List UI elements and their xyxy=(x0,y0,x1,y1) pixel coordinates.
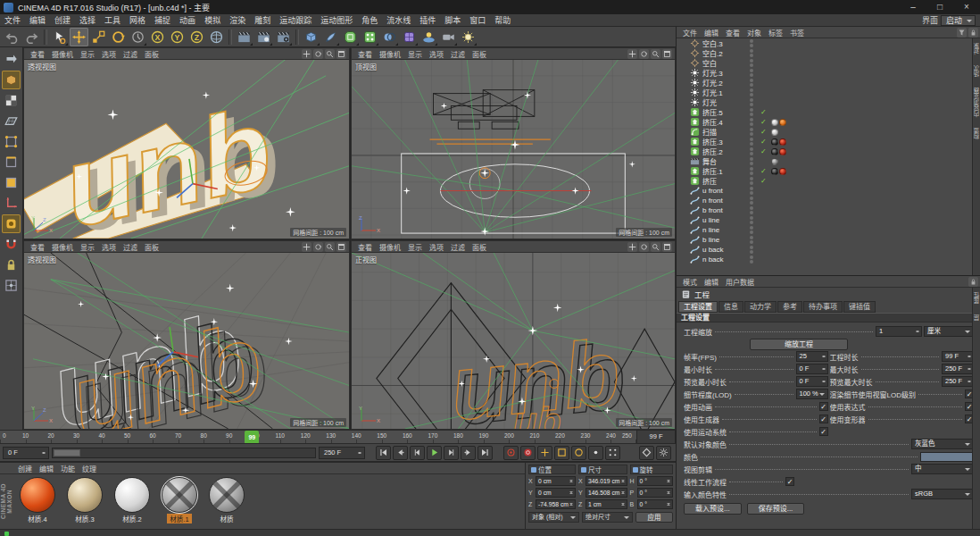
visibility-dots[interactable] xyxy=(750,206,753,214)
playback-settings-button[interactable] xyxy=(656,446,671,460)
material-preview-sphere[interactable] xyxy=(20,477,55,513)
size-mode-dropdown[interactable]: 绝对尺寸 xyxy=(582,512,633,523)
enable-toggle[interactable]: ✓ xyxy=(760,117,767,127)
viewport-top[interactable]: 查看摄像机显示选项过滤面板 xyxy=(351,47,676,239)
record-scale-button[interactable] xyxy=(554,446,569,460)
material-tag-icon[interactable] xyxy=(771,129,778,136)
move-tool-icon[interactable] xyxy=(70,28,88,46)
om-menu-文件[interactable]: 文件 xyxy=(679,28,701,38)
polygons-mode-icon[interactable] xyxy=(2,173,21,192)
visibility-dots[interactable] xyxy=(750,187,753,195)
zoom-icon[interactable] xyxy=(651,242,660,252)
material-tag-icon[interactable] xyxy=(771,158,778,165)
viewport-menu-查看[interactable]: 查看 xyxy=(354,242,376,252)
object-row[interactable]: 灯光.3 xyxy=(677,68,972,78)
viewport-menu-摄像机[interactable]: 摄像机 xyxy=(376,242,404,252)
record-rotation-button[interactable] xyxy=(571,446,586,460)
edges-mode-icon[interactable] xyxy=(2,153,21,172)
orbit-icon[interactable] xyxy=(313,242,323,252)
viewport-menu-显示[interactable]: 显示 xyxy=(77,242,98,252)
apply-button[interactable]: 应用 xyxy=(635,512,673,523)
material-item[interactable]: 材质.3 xyxy=(63,477,106,523)
menu-运动跟踪[interactable]: 运动跟踪 xyxy=(275,14,316,26)
material-tag-icon[interactable] xyxy=(779,119,786,126)
object-row[interactable]: 空白 xyxy=(677,58,972,68)
visibility-dots[interactable] xyxy=(750,255,753,264)
orbit-icon[interactable] xyxy=(313,49,323,59)
texture-mode-icon[interactable] xyxy=(2,91,21,110)
record-position-button[interactable] xyxy=(537,446,552,460)
object-row[interactable]: 挤压.1✓ xyxy=(677,166,972,176)
live-selection-tool-icon[interactable] xyxy=(50,28,69,46)
orbit-icon[interactable] xyxy=(639,49,649,59)
use-motion-system-checkbox[interactable]: ✓ xyxy=(819,427,828,436)
timeline-playhead[interactable]: 99 xyxy=(245,431,259,444)
material-preview-sphere[interactable] xyxy=(162,477,197,513)
object-row[interactable]: 挤压.3✓ xyxy=(677,137,972,147)
enable-toggle[interactable]: ✓ xyxy=(760,147,767,156)
om-menu-查看[interactable]: 查看 xyxy=(722,28,743,38)
object-row[interactable]: u back xyxy=(677,245,972,255)
viewport-perspective-bottom-left[interactable]: 查看摄像机显示选项过滤面板 unb unb unb unb xyxy=(23,240,350,430)
visibility-dots[interactable] xyxy=(750,138,753,146)
enable-toggle[interactable]: ✓ xyxy=(760,127,767,137)
preview-range-slider[interactable] xyxy=(52,448,316,458)
fps-field[interactable]: 25 xyxy=(796,351,828,362)
visibility-dots[interactable] xyxy=(750,88,753,96)
visibility-dots[interactable] xyxy=(750,246,753,254)
material-preview-sphere[interactable] xyxy=(114,477,150,513)
object-row[interactable]: n back xyxy=(677,255,972,264)
menu-窗口[interactable]: 窗口 xyxy=(465,14,490,26)
material-preview-sphere[interactable] xyxy=(67,477,103,513)
lock-z-axis-icon[interactable]: Z xyxy=(187,28,206,46)
position-z-field[interactable]: -74.958 cm xyxy=(536,499,576,509)
panel-tab-内容浏览器[interactable]: 内容浏览器 xyxy=(973,88,980,117)
material-item[interactable]: 材质 xyxy=(205,477,248,523)
load-preset-button[interactable]: 载入预设... xyxy=(684,503,742,515)
maximize-button[interactable]: □ xyxy=(926,0,953,14)
coordinate-system-icon[interactable] xyxy=(207,28,226,46)
close-button[interactable]: × xyxy=(953,0,980,14)
viewport-scene-top[interactable] xyxy=(352,60,675,239)
object-row[interactable]: 灯光.1 xyxy=(677,88,972,97)
visibility-dots[interactable] xyxy=(750,79,753,87)
visibility-dots[interactable] xyxy=(750,49,753,57)
visibility-dots[interactable] xyxy=(750,128,753,136)
tab-待办事项[interactable]: 待办事项 xyxy=(803,301,843,313)
menu-雕刻[interactable]: 雕刻 xyxy=(250,14,275,26)
autokeying-button[interactable] xyxy=(520,446,536,460)
panel-tab-场次[interactable]: 场次 xyxy=(973,65,980,77)
visibility-dots[interactable] xyxy=(750,167,753,175)
lock-workplane-icon[interactable] xyxy=(2,255,21,274)
menu-捕捉[interactable]: 捕捉 xyxy=(150,14,175,26)
model-mode-icon[interactable] xyxy=(2,71,21,89)
add-modeling-object-icon[interactable] xyxy=(380,28,399,46)
maximize-icon[interactable] xyxy=(662,242,672,252)
next-key-button[interactable] xyxy=(461,446,476,460)
object-row[interactable]: 挤压✓ xyxy=(677,176,972,186)
min-time-field[interactable]: 0 F xyxy=(796,364,828,374)
object-row[interactable]: 扫描✓ xyxy=(677,127,972,137)
visibility-dots[interactable] xyxy=(750,147,753,155)
object-row[interactable]: u front xyxy=(677,186,972,196)
viewport-menu-显示[interactable]: 显示 xyxy=(77,49,98,59)
zoom-icon[interactable] xyxy=(325,49,335,59)
maximize-icon[interactable] xyxy=(662,49,672,59)
tab-键插值[interactable]: 键插值 xyxy=(843,301,876,313)
play-forward-button[interactable] xyxy=(427,446,442,460)
visibility-dots[interactable] xyxy=(750,216,753,224)
object-row[interactable]: 挤压.4✓ xyxy=(677,117,972,127)
material-tag-icon[interactable] xyxy=(771,168,778,175)
add-generator-icon[interactable] xyxy=(361,28,379,46)
menu-模拟[interactable]: 模拟 xyxy=(200,14,225,26)
current-frame-field[interactable]: 99 F xyxy=(636,430,676,444)
project-duration-field[interactable]: 99 F xyxy=(942,351,974,362)
render-settings-icon[interactable] xyxy=(274,28,293,46)
add-subdivision-surface-icon[interactable] xyxy=(341,28,360,46)
viewport-menu-选项[interactable]: 选项 xyxy=(426,242,447,252)
viewport-menu-显示[interactable]: 显示 xyxy=(404,242,426,252)
position-x-field[interactable]: 0 cm xyxy=(536,476,576,486)
visibility-dots[interactable] xyxy=(750,177,753,185)
material-tag-icon[interactable] xyxy=(771,119,778,126)
add-light-icon[interactable] xyxy=(459,28,478,46)
